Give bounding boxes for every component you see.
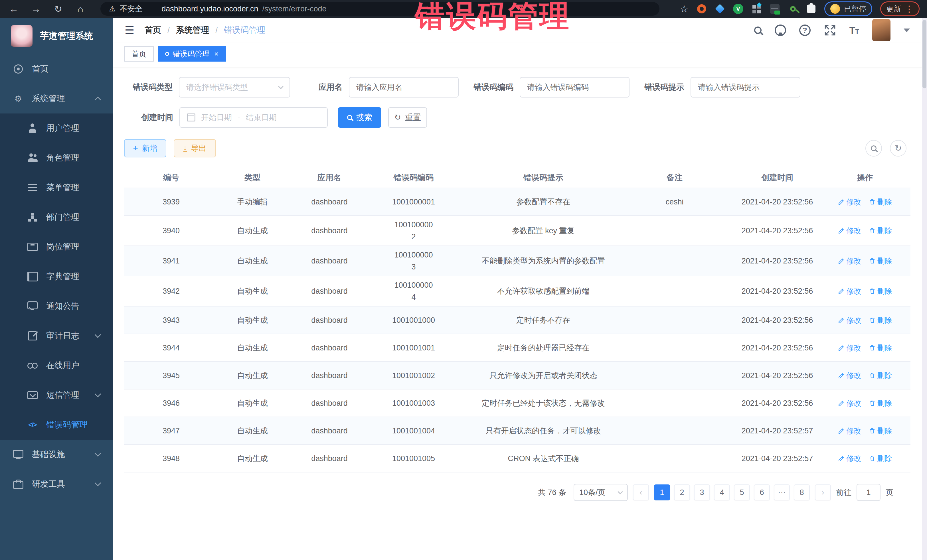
page-button[interactable]: 3 (694, 484, 710, 501)
page-button[interactable]: 1 (654, 484, 670, 501)
bookmark-star-icon[interactable]: ☆ (680, 3, 688, 15)
error-hint-input[interactable] (690, 77, 800, 97)
browser-extension-icon[interactable] (788, 4, 798, 14)
scrollbar-thumb[interactable] (922, 20, 926, 88)
search-icon (871, 146, 877, 151)
delete-link[interactable]: 删除 (869, 370, 892, 381)
page-button[interactable]: 4 (714, 484, 730, 501)
breadcrumb-system[interactable]: 系统管理 (176, 24, 209, 36)
search-icon[interactable] (754, 27, 761, 34)
page-button[interactable]: 2 (674, 484, 690, 501)
reload-icon[interactable]: ↻ (52, 3, 64, 15)
search-button[interactable]: 搜索 (338, 107, 381, 128)
cell-app: dashboard (287, 342, 372, 354)
date-range-picker[interactable]: 开始日期 - 结束日期 (179, 107, 328, 128)
edit-link[interactable]: 修改 (838, 452, 862, 464)
sidebar-item-online-users[interactable]: 在线用户 (0, 351, 112, 380)
browser-extension-icon[interactable]: V (733, 4, 743, 14)
edit-link[interactable]: 修改 (838, 342, 862, 354)
sidebar-item-dev-tools[interactable]: 研发工具 (0, 469, 112, 499)
sidebar-item-role-management[interactable]: 角色管理 (0, 143, 112, 173)
goto-page-input[interactable] (857, 484, 880, 501)
delete-link[interactable]: 删除 (869, 285, 892, 297)
edit-link[interactable]: 修改 (838, 314, 862, 326)
delete-link[interactable]: 删除 (869, 425, 892, 437)
date-separator: - (238, 113, 240, 122)
refresh-icon: ↻ (895, 144, 902, 153)
delete-link[interactable]: 删除 (869, 196, 892, 208)
edit-link[interactable]: 修改 (838, 255, 862, 267)
avatar-dropdown-icon[interactable] (904, 29, 910, 32)
breadcrumb-home[interactable]: 首页 (144, 24, 161, 36)
sidebar-item-audit-log[interactable]: 审计日志 (0, 321, 112, 351)
page-button[interactable]: 8 (794, 484, 810, 501)
sidebar: 芋道管理系统 首页 ⚙ 系统管理 用户管理 角色管理 (0, 18, 112, 560)
sidebar-item-sms-management[interactable]: 短信管理 (0, 380, 112, 410)
github-icon[interactable] (775, 24, 786, 36)
browser-extension-icon[interactable] (715, 4, 725, 14)
brand-row[interactable]: 芋道管理系统 (0, 18, 112, 54)
sidebar-item-notice[interactable]: 通知公告 (0, 291, 112, 321)
cell-code: 1001001001 (372, 342, 455, 354)
edit-link[interactable]: 修改 (838, 225, 862, 237)
next-page-button[interactable]: › (815, 484, 831, 501)
browser-extension-icon[interactable] (806, 4, 816, 14)
sidebar-item-home[interactable]: 首页 (0, 54, 112, 84)
browser-menu-icon[interactable]: ⋮ (905, 4, 913, 14)
edit-link[interactable]: 修改 (838, 285, 862, 297)
sidebar-item-system-management[interactable]: ⚙ 系统管理 (0, 84, 112, 114)
prev-page-button[interactable]: ‹ (633, 484, 649, 501)
export-button[interactable]: ↓ 导出 (174, 139, 216, 157)
sidebar-item-user-management[interactable]: 用户管理 (0, 114, 112, 143)
app-name-input[interactable] (349, 77, 459, 97)
help-icon[interactable]: ? (799, 24, 811, 36)
address-bar[interactable]: ⚠ 不安全 dashboard.yudao.iocoder.cn/system/… (100, 2, 660, 16)
tab-home[interactable]: 首页 (124, 46, 154, 62)
delete-link[interactable]: 删除 (869, 397, 892, 409)
home-icon[interactable]: ⌂ (74, 3, 87, 15)
delete-link[interactable]: 删除 (869, 452, 892, 464)
back-icon[interactable]: ← (8, 3, 20, 15)
page-size-select[interactable]: 10条/页 (574, 484, 628, 501)
browser-extension-icon[interactable] (751, 4, 761, 14)
close-icon[interactable]: × (214, 50, 219, 58)
sidebar-item-label: 研发工具 (32, 478, 65, 490)
scrollbar[interactable] (922, 18, 927, 560)
sidebar-item-post-management[interactable]: 岗位管理 (0, 232, 112, 262)
add-button[interactable]: + 新增 (124, 139, 166, 157)
browser-extension-icon[interactable] (769, 4, 780, 14)
delete-link[interactable]: 删除 (869, 225, 892, 237)
page-button[interactable]: ··· (774, 484, 790, 501)
sidebar-item-dict-management[interactable]: 字典管理 (0, 262, 112, 291)
fullscreen-icon[interactable] (824, 24, 836, 36)
show-search-button[interactable] (865, 140, 882, 156)
update-button[interactable]: 更新 ⋮ (880, 2, 919, 16)
font-size-icon[interactable]: TT (849, 25, 859, 36)
edit-link[interactable]: 修改 (838, 196, 862, 208)
page-button[interactable]: 5 (734, 484, 750, 501)
tab-error-code[interactable]: 错误码管理 × (158, 46, 226, 62)
delete-link[interactable]: 删除 (869, 342, 892, 354)
forward-icon[interactable]: → (30, 3, 42, 15)
refresh-table-button[interactable]: ↻ (890, 140, 906, 156)
sidebar-item-error-code[interactable]: </> 错误码管理 (0, 410, 112, 440)
error-type-select[interactable]: 请选择错误码类型 (179, 77, 290, 97)
edit-link[interactable]: 修改 (838, 397, 862, 409)
menu-fold-icon[interactable]: ☰ (125, 24, 134, 36)
user-avatar[interactable] (872, 19, 891, 41)
edit-link[interactable]: 修改 (838, 425, 862, 437)
delete-link[interactable]: 删除 (869, 255, 892, 267)
error-code-input[interactable] (520, 77, 629, 97)
page-button[interactable]: 6 (754, 484, 770, 501)
delete-link[interactable]: 删除 (869, 314, 892, 326)
edit-link[interactable]: 修改 (838, 370, 862, 381)
cell-app: dashboard (287, 255, 372, 267)
browser-extension-icon[interactable] (696, 4, 707, 14)
plus-icon: + (133, 144, 138, 153)
cell-code: 100100000 2 (372, 219, 455, 243)
profile-paused-badge[interactable]: 已暂停 (824, 2, 872, 16)
sidebar-item-infrastructure[interactable]: 基础设施 (0, 440, 112, 469)
sidebar-item-dept-management[interactable]: 部门管理 (0, 202, 112, 232)
sidebar-item-menu-management[interactable]: 菜单管理 (0, 173, 112, 202)
reset-button[interactable]: ↻ 重置 (388, 107, 427, 128)
